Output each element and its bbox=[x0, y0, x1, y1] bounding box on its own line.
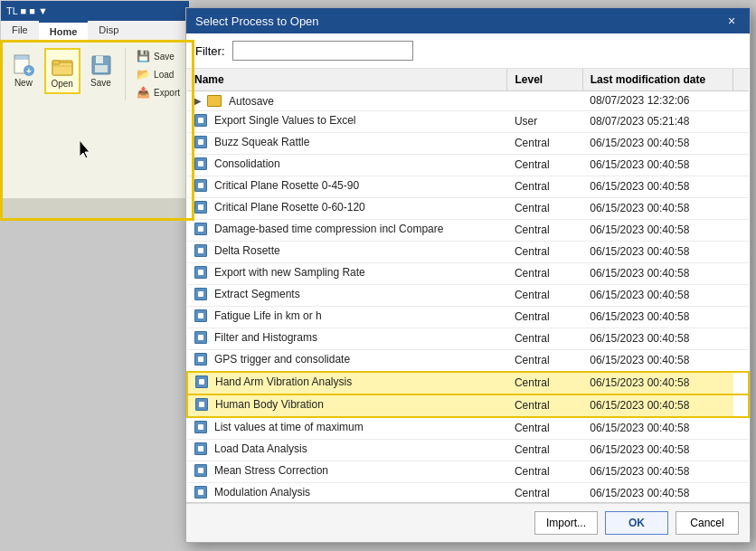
cell-name: Extract Segments bbox=[187, 284, 507, 306]
process-name: Filter and Histograms bbox=[214, 331, 317, 344]
process-icon: Delta Rosette bbox=[194, 244, 280, 257]
new-icon: + bbox=[11, 52, 36, 78]
table-row[interactable]: Export with new Sampling RateCentral06/1… bbox=[187, 262, 749, 284]
cell-date: 06/15/2023 00:40:58 bbox=[582, 482, 733, 503]
tab-home[interactable]: Home bbox=[39, 21, 89, 42]
cell-level: Central bbox=[507, 372, 582, 394]
table-row[interactable]: Filter and HistogramsCentral06/15/2023 0… bbox=[187, 328, 749, 349]
process-icon: Critical Plane Rosette 0-60-120 bbox=[194, 201, 365, 214]
col-header-date[interactable]: Last modification date bbox=[582, 69, 733, 91]
process-name: List values at time of maximum bbox=[214, 421, 364, 433]
process-icon: Critical Plane Rosette 0-45-90 bbox=[194, 179, 359, 192]
process-name: Fatigue Life in km or h bbox=[214, 309, 322, 322]
cell-name: ▶Autosave bbox=[187, 91, 507, 111]
table-row[interactable]: Modulation AnalysisCentral06/15/2023 00:… bbox=[187, 482, 749, 503]
table-body: ▶Autosave08/07/2023 12:32:06Export Singl… bbox=[187, 91, 749, 504]
col-header-name[interactable]: Name bbox=[187, 69, 507, 91]
cell-level: Central bbox=[507, 219, 582, 241]
new-button[interactable]: + New bbox=[6, 48, 41, 92]
table-row[interactable]: Buzz Squeak RattleCentral06/15/2023 00:4… bbox=[187, 132, 749, 154]
table-row[interactable]: ▶Autosave08/07/2023 12:32:06 bbox=[187, 91, 749, 111]
filter-input[interactable] bbox=[232, 41, 413, 61]
process-grid-icon bbox=[194, 223, 207, 235]
cell-level: Central bbox=[507, 132, 582, 154]
cell-name: Filter and Histograms bbox=[187, 328, 507, 349]
save-sm-label: Save bbox=[154, 52, 175, 62]
cell-date: 06/15/2023 00:40:58 bbox=[582, 328, 733, 349]
process-name: Consolidation bbox=[214, 157, 280, 170]
table-row[interactable]: List values at time of maximumCentral06/… bbox=[187, 417, 749, 440]
cell-level: Central bbox=[507, 154, 582, 176]
dialog-close-button[interactable]: × bbox=[723, 12, 741, 30]
ribbon-content: + New Open bbox=[1, 43, 189, 106]
ribbon-tabs: File Home Disp bbox=[1, 21, 189, 43]
open-button[interactable]: Open bbox=[44, 48, 80, 94]
process-grid-icon bbox=[194, 136, 207, 148]
col-header-level[interactable]: Level bbox=[507, 69, 582, 91]
table-row[interactable]: Load Data AnalysisCentral06/15/2023 00:4… bbox=[187, 439, 749, 461]
process-icon: Human Body Vibration bbox=[195, 398, 324, 411]
cell-date: 06/15/2023 00:40:58 bbox=[582, 219, 733, 241]
save-label: Save bbox=[90, 78, 111, 88]
svg-rect-6 bbox=[52, 61, 60, 64]
cell-level: Central bbox=[507, 439, 582, 461]
cell-name: Damage-based time compression incl Compa… bbox=[187, 219, 507, 241]
process-grid-icon bbox=[194, 464, 207, 477]
export-row[interactable]: 📤 Export bbox=[133, 84, 184, 100]
cell-date: 08/07/2023 05:21:48 bbox=[582, 110, 733, 132]
cell-name: Mean Stress Correction bbox=[187, 461, 507, 482]
table-row[interactable]: Critical Plane Rosette 0-45-90Central06/… bbox=[187, 176, 749, 197]
cell-level: User bbox=[507, 110, 582, 132]
cell-name: Modulation Analysis bbox=[187, 482, 507, 503]
process-grid-icon bbox=[194, 266, 207, 279]
dialog-footer: Import... OK Cancel bbox=[186, 503, 750, 542]
svg-rect-9 bbox=[96, 56, 103, 63]
table-row[interactable]: Export Single Values to ExcelUser08/07/2… bbox=[187, 110, 749, 132]
table-row[interactable]: Human Body VibrationCentral06/15/2023 00… bbox=[187, 394, 749, 417]
process-name: Load Data Analysis bbox=[214, 442, 307, 455]
process-icon: Filter and Histograms bbox=[194, 331, 317, 344]
dialog-title: Select Process to Open bbox=[195, 14, 319, 28]
table-row[interactable]: Critical Plane Rosette 0-60-120Central06… bbox=[187, 197, 749, 219]
cell-date: 06/15/2023 00:40:58 bbox=[582, 197, 733, 219]
save-group: 💾 Save 📂 Load 📤 Export bbox=[133, 48, 184, 100]
process-icon: Modulation Analysis bbox=[194, 486, 310, 499]
cancel-button[interactable]: Cancel bbox=[676, 511, 739, 535]
process-table: Name Level Last modification date ▶Autos… bbox=[186, 69, 750, 503]
save-button[interactable]: Save bbox=[84, 48, 118, 92]
table-row[interactable]: Damage-based time compression incl Compa… bbox=[187, 219, 749, 241]
load-row[interactable]: 📂 Load bbox=[133, 66, 184, 82]
table-row[interactable]: Fatigue Life in km or hCentral06/15/2023… bbox=[187, 306, 749, 328]
process-grid-icon bbox=[194, 353, 207, 366]
table-row[interactable]: Mean Stress CorrectionCentral06/15/2023 … bbox=[187, 461, 749, 482]
table-row[interactable]: Extract SegmentsCentral06/15/2023 00:40:… bbox=[187, 284, 749, 306]
ok-button[interactable]: OK bbox=[605, 511, 668, 535]
process-grid-icon bbox=[195, 398, 208, 411]
cell-date: 06/15/2023 00:40:58 bbox=[582, 154, 733, 176]
process-icon: Mean Stress Correction bbox=[194, 464, 328, 477]
process-icon: Consolidation bbox=[194, 157, 280, 170]
process-icon: List values at time of maximum bbox=[194, 421, 364, 433]
cell-name: GPS trigger and consolidate bbox=[187, 349, 507, 372]
cell-name: Hand Arm Vibration Analysis bbox=[187, 372, 507, 394]
tab-disp[interactable]: Disp bbox=[88, 21, 129, 42]
cell-date: 06/15/2023 00:40:58 bbox=[582, 284, 733, 306]
process-grid-icon bbox=[195, 375, 208, 388]
table-row[interactable]: ConsolidationCentral06/15/2023 00:40:58 bbox=[187, 154, 749, 176]
open-label: Open bbox=[51, 79, 72, 89]
table-row[interactable]: Hand Arm Vibration AnalysisCentral06/15/… bbox=[187, 372, 749, 394]
cell-name: Fatigue Life in km or h bbox=[187, 306, 507, 328]
save-row[interactable]: 💾 Save bbox=[133, 48, 184, 64]
table-row[interactable]: GPS trigger and consolidateCentral06/15/… bbox=[187, 349, 749, 372]
cell-date: 06/15/2023 00:40:58 bbox=[582, 394, 733, 417]
cell-date: 06/15/2023 00:40:58 bbox=[582, 417, 733, 440]
table-row[interactable]: Delta RosetteCentral06/15/2023 00:40:58 bbox=[187, 241, 749, 262]
cell-date: 06/15/2023 00:40:58 bbox=[582, 176, 733, 197]
cell-name: Critical Plane Rosette 0-45-90 bbox=[187, 176, 507, 197]
dialog-titlebar: Select Process to Open × bbox=[186, 8, 750, 33]
process-grid-icon bbox=[194, 288, 207, 300]
process-name: Buzz Squeak Rattle bbox=[214, 136, 309, 148]
import-button[interactable]: Import... bbox=[534, 511, 598, 535]
expand-arrow-icon[interactable]: ▶ bbox=[194, 96, 202, 106]
tab-file[interactable]: File bbox=[1, 21, 39, 42]
